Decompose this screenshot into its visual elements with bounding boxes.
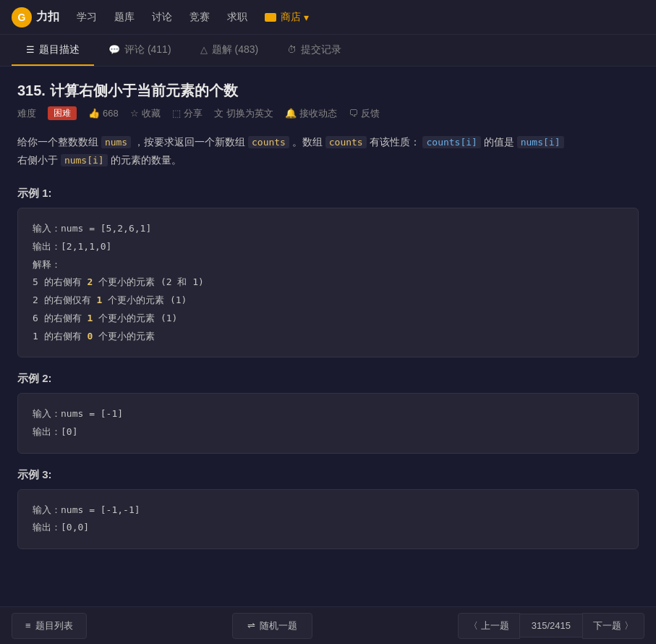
desc-text-3: 。数组 [292,136,323,148]
tab-comments-label: 评论 (411) [124,43,171,56]
notify-label: 接收动态 [299,107,337,120]
example1-line-6: 1 的右侧有 0 个更小的元素 [33,328,623,346]
problem-list-label: 题目列表 [35,619,73,632]
random-problem-button[interactable]: ⇌ 随机一题 [232,613,312,639]
switch-lang-label: 切换为英文 [226,107,273,120]
nav-store[interactable]: 商店 ▾ [265,11,309,24]
example2-line-0: 输入：nums = [-1] [33,405,623,423]
meta-row: 难度 困难 👍 668 ☆ 收藏 ⬚ 分享 文 切换为英文 🔔 接收动态 🗨 反… [17,106,639,120]
nav-store-label: 商店 [281,11,301,24]
likes-count: 668 [103,108,119,119]
tab-bar: ☰ 题目描述 💬 评论 (411) △ 题解 (483) ⏱ 提交记录 [0,35,656,67]
prev-icon: 〈 [469,619,478,632]
nav-contest[interactable]: 竞赛 [189,8,210,27]
solution-icon: △ [200,44,208,55]
example1-box: 输入：nums = [5,2,6,1] 输出：[2,1,1,0] 解释： 5 的… [17,208,639,357]
share-icon: ⬚ [172,108,181,119]
nav-problems[interactable]: 题库 [114,8,135,27]
logo[interactable]: G 力扣 [12,7,59,27]
comment-icon: 💬 [108,44,120,55]
feedback-icon: 🗨 [349,108,358,119]
thumbs-up-icon: 👍 [88,108,100,119]
collect-label: 收藏 [142,107,161,120]
bell-icon: 🔔 [285,108,297,119]
tab-comments[interactable]: 💬 评论 (411) [94,35,186,66]
problem-title: 315. 计算右侧小于当前元素的个数 [17,81,639,101]
nav-discuss[interactable]: 讨论 [152,8,172,27]
desc-counts-i-code: counts[i] [422,136,480,148]
nav-learn[interactable]: 学习 [77,8,97,27]
problem-number: 315. [17,82,46,98]
page-number: 315/2415 [520,614,582,637]
example2-line-1: 输出：[0] [33,423,623,441]
logo-text: 力扣 [36,9,59,25]
problem-description: 给你一个整数数组 nums ，按要求返回一个新数组 counts 。数组 cou… [17,133,639,169]
notify-action[interactable]: 🔔 接收动态 [285,107,337,120]
highlight-2: 2 [87,276,93,287]
problem-title-text: 计算右侧小于当前元素的个数 [50,82,238,98]
list-icon: ≡ [25,620,31,631]
tab-solutions-label: 题解 (483) [212,43,259,56]
collect-action[interactable]: ☆ 收藏 [130,107,161,120]
difficulty-badge: 困难 [48,106,77,120]
prev-label: 上一题 [481,619,509,632]
problem-list-button[interactable]: ≡ 题目列表 [12,613,87,639]
nav-jobs[interactable]: 求职 [227,8,247,27]
next-problem-button[interactable]: 下一题 〉 [582,613,644,639]
desc-nums-i-code: nums[i] [517,136,564,148]
next-icon: 〉 [624,619,634,632]
logo-icon: G [12,7,32,27]
tab-description-label: 题目描述 [39,43,80,56]
top-navigation: G 力扣 学习 题库 讨论 竞赛 求职 商店 ▾ [0,0,656,35]
example3-line-1: 输出：[0,0] [33,519,623,537]
desc-text-7: 的元素的数量。 [111,154,182,166]
highlight-0: 0 [87,331,93,342]
lang-icon: 文 [214,107,223,120]
star-icon: ☆ [130,108,139,119]
switch-lang-action[interactable]: 文 切换为英文 [214,107,273,120]
desc-nums-code: nums [101,136,131,148]
desc-counts-code: counts [248,136,289,148]
highlight-1b: 1 [87,313,93,323]
desc-text-4: 有该性质： [370,136,420,148]
footer-center: ⇌ 随机一题 [87,613,458,639]
likes-action[interactable]: 👍 668 [88,108,119,119]
footer-navigation: 〈 上一题 315/2415 下一题 〉 [458,613,644,639]
desc-counts-code2: counts [325,136,367,148]
example3-line-0: 输入：nums = [-1,-1] [33,501,623,520]
example1-line-5: 6 的右侧有 1 个更小的元素 (1) [33,310,623,328]
desc-text-6: 右侧小于 [17,154,58,166]
tab-description[interactable]: ☰ 题目描述 [12,35,94,66]
description-icon: ☰ [26,44,35,55]
highlight-1a: 1 [96,295,102,305]
example1-line-4: 2 的右侧仅有 1 个更小的元素 (1) [33,292,623,310]
tab-submissions[interactable]: ⏱ 提交记录 [273,35,356,66]
feedback-action[interactable]: 🗨 反馈 [349,107,380,120]
share-action[interactable]: ⬚ 分享 [172,107,203,120]
clock-icon: ⏱ [287,44,297,55]
example2-box: 输入：nums = [-1] 输出：[0] [17,393,639,453]
random-label: 随机一题 [260,619,297,632]
main-content: 315. 计算右侧小于当前元素的个数 难度 困难 👍 668 ☆ 收藏 ⬚ 分享… [0,67,656,606]
desc-text-5: 的值是 [484,136,514,148]
example1-line-2: 解释： [33,256,623,274]
desc-nums-i-code2: nums[i] [61,154,108,166]
prev-problem-button[interactable]: 〈 上一题 [458,613,520,639]
example3-box: 输入：nums = [-1,-1] 输出：[0,0] [17,489,639,549]
share-label: 分享 [184,107,203,120]
example1-line-3: 5 的右侧有 2 个更小的元素 (2 和 1) [33,274,623,292]
example1-line-0: 输入：nums = [5,2,6,1] [33,220,623,238]
random-icon: ⇌ [247,620,255,631]
chevron-down-icon: ▾ [304,12,309,23]
desc-text-1: 给你一个整数数组 [17,136,98,148]
difficulty-label: 难度 [17,107,36,120]
example1-heading: 示例 1: [17,187,639,200]
feedback-label: 反馈 [361,107,380,120]
tab-submissions-label: 提交记录 [301,43,341,56]
tab-solutions[interactable]: △ 题解 (483) [186,35,273,66]
example3-heading: 示例 3: [17,468,639,482]
next-label: 下一题 [593,619,621,632]
example1-line-1: 输出：[2,1,1,0] [33,238,623,256]
example2-heading: 示例 2: [17,372,639,386]
store-icon [265,13,276,22]
